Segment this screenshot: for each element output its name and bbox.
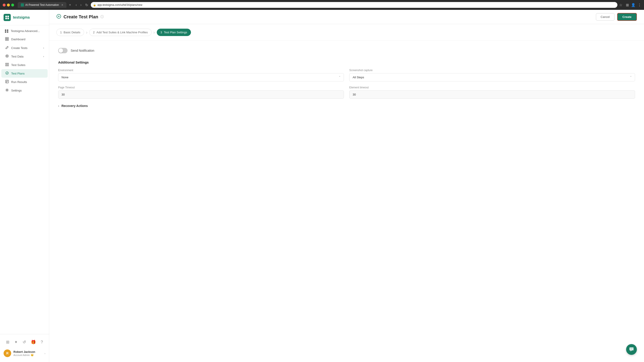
sidebar-item-label-dashboard: Dashboard	[11, 38, 26, 41]
minimize-button[interactable]	[7, 4, 10, 7]
svg-rect-7	[5, 39, 7, 41]
sidebar-item-label-apps: Testsigma Advanced...	[11, 29, 40, 33]
more-icon[interactable]: ⋮	[638, 3, 641, 7]
traffic-lights	[3, 4, 14, 7]
element-timeout-input[interactable]: 30	[349, 90, 635, 99]
browser-tab[interactable]: AI Powered Test Automation ✕	[18, 2, 66, 8]
sidebar-item-apps[interactable]: Testsigma Advanced...	[1, 27, 48, 35]
sidebar-item-dashboard[interactable]: Dashboard	[1, 35, 48, 44]
help-icon[interactable]: ⓘ	[100, 15, 104, 19]
steps-bar: 1 Basic Details › 2 Add Test Suites & Li…	[49, 24, 644, 41]
toggle-row: Send Notification	[58, 48, 635, 53]
svg-rect-10	[6, 63, 7, 64]
forward-button[interactable]: ›	[80, 3, 82, 8]
svg-rect-6	[7, 37, 8, 39]
svg-point-16	[6, 90, 8, 91]
database-icon	[5, 54, 9, 58]
logo-icon	[4, 14, 11, 21]
chat-button[interactable]	[626, 344, 637, 355]
step-3[interactable]: 3 Test Plan Settings	[157, 29, 191, 36]
bottom-toolbar: ⊞ ✦ ↺ 🎁 ?	[0, 337, 49, 347]
sidebar-item-settings[interactable]: Settings	[1, 86, 48, 95]
bottom-icon-1[interactable]: ⊞	[5, 339, 10, 345]
top-bar-actions: Cancel Create	[596, 13, 637, 21]
toggle-label: Send Notification	[71, 49, 94, 52]
bottom-icon-4[interactable]: 🎁	[30, 339, 37, 345]
sidebar-item-label-test-plans: Test Plans	[11, 72, 24, 75]
maximize-button[interactable]	[11, 4, 14, 7]
sidebar-item-label-test-data: Test Data	[11, 55, 24, 58]
page-title: Create Test Plan	[64, 14, 98, 20]
bottom-icon-help[interactable]: ?	[40, 339, 44, 345]
user-role: Account Admin 👑	[14, 353, 42, 356]
svg-rect-13	[8, 65, 8, 66]
environment-select[interactable]: None ˅	[58, 73, 344, 82]
step-3-num: 3	[160, 31, 162, 34]
browser-actions: ⊞ 👤 ⋮	[626, 3, 641, 7]
bottom-icon-3[interactable]: ↺	[22, 339, 27, 345]
sidebar-item-test-suites[interactable]: Test Suites	[1, 61, 48, 69]
browser-nav: ‹ › ↻ 🔒 app.testsigma.com/ui/td/34/plans…	[75, 2, 622, 8]
svg-point-9	[6, 55, 8, 56]
environment-group: Environment None ˅	[58, 69, 344, 82]
sidebar-item-run-results[interactable]: Run Results	[1, 78, 48, 86]
bottom-icon-2[interactable]: ✦	[14, 339, 18, 345]
user-name: Robert Jackson	[14, 350, 42, 353]
user-chevron-icon: ›	[44, 352, 46, 355]
user-profile[interactable]: R Robert Jackson Account Admin 👑 ›	[0, 347, 49, 359]
screenshot-chevron-icon: ˅	[630, 76, 632, 79]
page-timeout-group: Page Timeout 30	[58, 86, 344, 99]
svg-rect-12	[6, 65, 7, 66]
recovery-actions-section[interactable]: › Recovery Actions	[58, 104, 635, 108]
svg-point-18	[630, 348, 631, 349]
chevron-down-icon: ›	[43, 47, 44, 49]
svg-rect-11	[8, 63, 8, 64]
sidebar-item-create-tests[interactable]: Create Tests ›	[1, 44, 48, 52]
dashboard-icon	[5, 37, 9, 41]
refresh-button[interactable]: ↻	[84, 3, 89, 8]
page-timeout-input[interactable]: 30	[58, 90, 344, 99]
address-bar[interactable]: 🔒 app.testsigma.com/ui/td/34/plans/new	[91, 2, 618, 8]
step-arrow-1: ›	[86, 30, 88, 35]
svg-rect-3	[5, 18, 7, 19]
element-timeout-value: 30	[353, 93, 356, 96]
step-arrow-2: ›	[154, 30, 155, 35]
step-3-label: Test Plan Settings	[164, 31, 187, 34]
new-tab-button[interactable]: +	[69, 3, 71, 7]
avatar: R	[4, 349, 11, 357]
main-content: Create Test Plan ⓘ Cancel Create 1 Basic…	[49, 10, 644, 362]
element-timeout-label: Element timeout	[349, 86, 635, 89]
step-1[interactable]: 1 Basic Details	[56, 29, 84, 36]
bookmark-icon[interactable]: ☆	[619, 3, 622, 7]
cancel-button[interactable]: Cancel	[596, 13, 614, 21]
sidebar-item-test-data[interactable]: Test Data ›	[1, 52, 48, 61]
svg-point-20	[632, 348, 632, 349]
lock-icon: 🔒	[93, 4, 96, 7]
step-1-label: Basic Details	[64, 31, 80, 34]
svg-point-19	[631, 348, 632, 349]
user-info: Robert Jackson Account Admin 👑	[14, 350, 42, 356]
tab-close-icon[interactable]: ✕	[61, 4, 63, 7]
test-suites-icon	[5, 63, 9, 67]
tab-favicon	[21, 3, 24, 7]
create-button[interactable]: Create	[617, 13, 637, 21]
send-notification-toggle[interactable]	[58, 48, 68, 53]
svg-rect-5	[5, 37, 7, 39]
step-2[interactable]: 2 Add Test Suites & Link Machine Profile…	[89, 29, 152, 36]
sidebar-item-test-plans[interactable]: Test Plans	[1, 69, 48, 78]
extensions-icon[interactable]: ⊞	[626, 3, 629, 7]
sidebar-item-label-test-suites: Test Suites	[11, 63, 26, 67]
step-2-num: 2	[93, 31, 94, 34]
url-text: app.testsigma.com/ui/td/34/plans/new	[98, 3, 142, 7]
profile-icon[interactable]: 👤	[631, 3, 636, 7]
back-button[interactable]: ‹	[75, 3, 78, 8]
top-bar: Create Test Plan ⓘ Cancel Create	[49, 10, 644, 24]
play-icon	[56, 14, 61, 20]
page-timeout-value: 30	[62, 93, 64, 96]
avatar-initial: R	[6, 351, 8, 355]
close-button[interactable]	[3, 4, 6, 7]
environment-value: None	[62, 76, 68, 79]
section-title: Additional Settings	[58, 60, 635, 64]
sidebar-item-label-create-tests: Create Tests	[11, 46, 28, 50]
screenshot-select[interactable]: All Steps ˅	[349, 73, 635, 82]
